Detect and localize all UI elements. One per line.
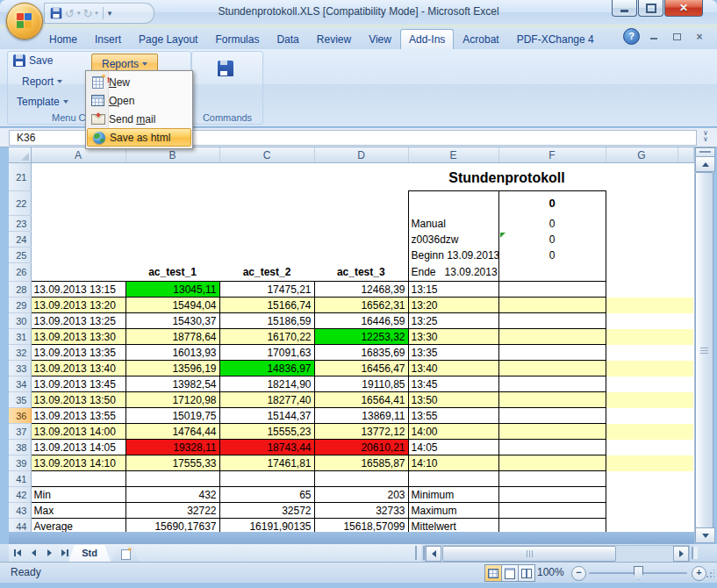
cell-H32[interactable] [678,345,693,361]
cell-H21[interactable] [678,163,693,191]
cell-C26[interactable]: ac_test_2 [219,263,314,282]
zoom-in-button[interactable]: + [692,566,706,581]
cell-H28[interactable] [678,282,693,298]
cell-A24[interactable] [31,232,408,247]
office-button[interactable] [6,3,43,39]
cell-B32[interactable]: 16013,93 [125,345,219,361]
cell-D34[interactable]: 19110,85 [314,376,408,392]
cell-A30[interactable]: 13.09.2013 13:25 [31,313,125,329]
cell-F32[interactable] [498,345,606,361]
cell-C36[interactable]: 15144,37 [219,408,314,424]
insert-worksheet-tab[interactable] [112,547,139,562]
normal-view-button[interactable] [484,564,502,582]
menu-item-new[interactable]: New [87,73,191,91]
cell-E42[interactable]: Minimum [408,487,498,503]
cell-H35[interactable] [678,392,693,408]
tab-home[interactable]: Home [40,29,86,49]
row-header-26[interactable]: 26 [9,263,31,282]
cell-A41[interactable] [31,471,125,487]
cell-D38[interactable]: 20610,21 [314,440,408,455]
cell-A36[interactable]: 13.09.2013 13:55 [31,408,125,424]
next-sheet-button[interactable] [42,546,56,560]
cell-G26[interactable] [606,263,678,282]
cell-H33[interactable] [678,361,693,376]
expand-formula-bar-icon[interactable]: ∨∨ [699,130,712,145]
cell-A34[interactable]: 13.09.2013 13:45 [31,376,125,392]
tab-view[interactable]: View [360,29,400,49]
row-header-39[interactable]: 39 [9,455,31,471]
tab-formulas[interactable]: Formulas [206,29,268,49]
cell-F42[interactable] [498,487,606,503]
scroll-up-button[interactable] [695,156,715,172]
cell-C30[interactable]: 15186,59 [219,313,314,329]
cell-D42[interactable]: 203 [314,487,408,503]
cell-F33[interactable] [498,361,606,376]
cell-G32[interactable] [606,345,678,361]
cell-G24[interactable] [606,232,678,247]
cell-B43[interactable]: 32722 [125,503,219,519]
restore-button[interactable] [638,0,663,17]
cell-E30[interactable]: 13:25 [408,313,498,329]
horizontal-scrollbar[interactable] [425,545,690,563]
horizontal-scroll-thumb[interactable] [442,546,616,562]
cell-H29[interactable] [678,298,693,313]
cell-E23[interactable]: Manual [408,216,498,232]
cell-F23[interactable]: 0 [498,216,606,232]
cell-A21[interactable] [31,163,408,191]
cell-G25[interactable] [606,247,678,263]
resize-grip[interactable] [706,570,714,578]
cell-E24[interactable]: z0036dzw [408,232,498,247]
cell-F28[interactable] [498,282,606,298]
row-header-21[interactable]: 21 [9,163,31,191]
row-header-29[interactable]: 29 [9,298,31,313]
workbook-minimize-button[interactable] [645,30,663,43]
workbook-restore-button[interactable] [668,30,685,43]
help-icon[interactable]: ? [623,28,640,45]
cell-G31[interactable] [606,329,678,345]
row-header-32[interactable]: 32 [9,345,31,361]
cell-G41[interactable] [606,471,678,487]
cell-H30[interactable] [678,313,693,329]
row-header-33[interactable]: 33 [9,361,31,376]
cell-G36[interactable] [606,408,678,424]
cell-H38[interactable] [678,440,693,455]
cell-G21[interactable] [606,163,678,191]
cell-F38[interactable] [498,440,606,455]
tab-split-handle[interactable] [415,546,425,560]
cell-B29[interactable]: 15494,04 [125,298,219,313]
cell-G33[interactable] [606,361,678,376]
cell-C42[interactable]: 65 [219,487,314,503]
cell-E44[interactable]: Mittelwert [408,519,498,533]
col-header-g[interactable]: G [606,147,678,163]
cell-C37[interactable]: 15555,23 [219,424,314,440]
cell-D44[interactable]: 15618,57099 [314,519,408,533]
cell-G44[interactable] [606,519,678,533]
row-header-41[interactable]: 41 [9,471,31,487]
cell-A35[interactable]: 13.09.2013 13:50 [31,392,125,408]
cell-E31[interactable]: 13:30 [408,329,498,345]
redo-icon[interactable]: ↻ [82,8,92,19]
col-header-e[interactable]: E [408,147,498,163]
cell-F22[interactable]: 0 [498,191,606,216]
cell-H43[interactable] [678,503,693,519]
cell-E22[interactable] [408,191,498,216]
cell-F25[interactable]: 0 [498,247,606,263]
save-icon[interactable] [51,8,62,19]
cell-H39[interactable] [678,455,693,471]
row-header-35[interactable]: 35 [9,392,31,408]
cell-D32[interactable]: 16835,69 [314,345,408,361]
cell-E35[interactable]: 13:50 [408,392,498,408]
cell-E43[interactable]: Maximum [408,503,498,519]
cell-F24[interactable]: 0 [498,232,606,247]
cell-E32[interactable]: 13:35 [408,345,498,361]
cell-B26[interactable]: ac_test_1 [125,263,219,282]
cell-D33[interactable]: 16456,47 [314,361,408,376]
cell-B31[interactable]: 18778,64 [125,329,219,345]
row-header-31[interactable]: 31 [9,329,31,345]
cell-C44[interactable]: 16191,90135 [219,519,314,533]
menu-item-open[interactable]: Open [87,91,191,110]
col-header-b[interactable]: B [125,147,219,163]
cell-E39[interactable]: 14:10 [408,455,498,471]
save-report-button[interactable] [212,55,240,82]
tab-add-ins[interactable]: Add-Ins [400,29,454,49]
